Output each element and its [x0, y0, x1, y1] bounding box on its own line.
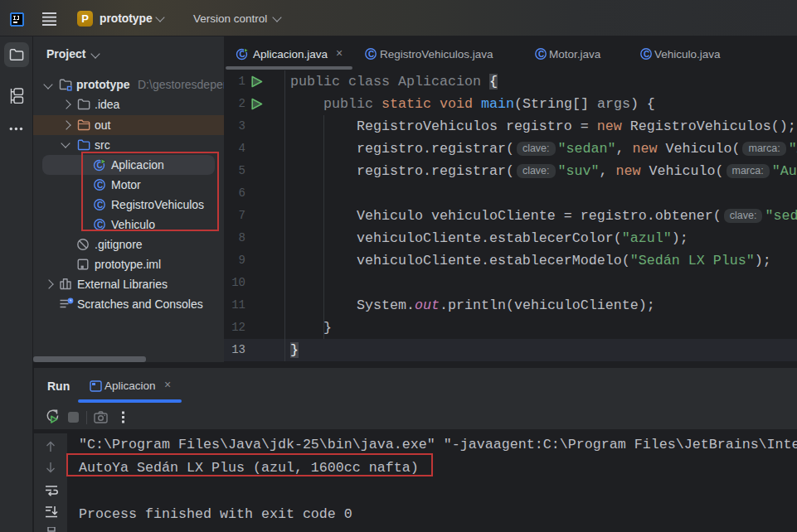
svg-text:C: C: [644, 50, 649, 59]
svg-text:C: C: [368, 50, 374, 59]
svg-text:C: C: [538, 50, 544, 59]
